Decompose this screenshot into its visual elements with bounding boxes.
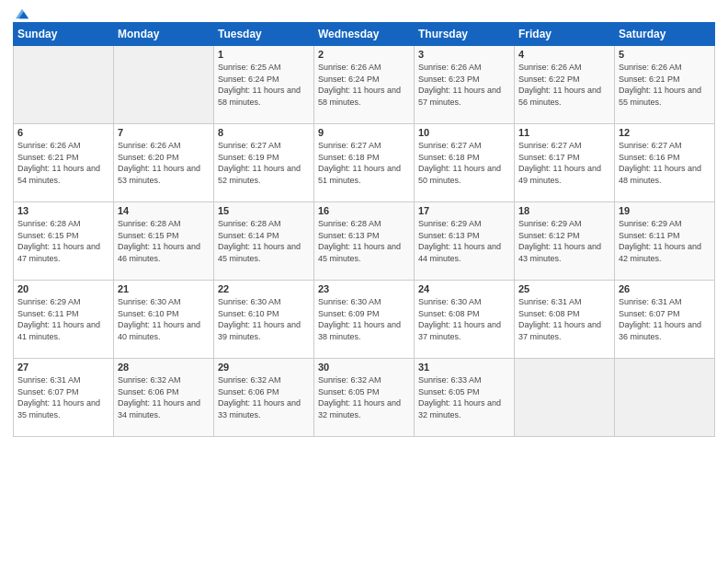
day-info: Sunrise: 6:26 AM Sunset: 6:21 PM Dayligh… — [17, 140, 109, 186]
day-number: 8 — [218, 127, 310, 138]
calendar-cell: 6Sunrise: 6:26 AM Sunset: 6:21 PM Daylig… — [14, 124, 114, 202]
logo-icon — [14, 7, 30, 20]
day-number: 21 — [118, 283, 210, 294]
calendar-cell: 10Sunrise: 6:27 AM Sunset: 6:18 PM Dayli… — [415, 124, 515, 202]
day-number: 23 — [318, 283, 410, 294]
day-info: Sunrise: 6:26 AM Sunset: 6:21 PM Dayligh… — [619, 62, 711, 108]
calendar-week-row: 20Sunrise: 6:29 AM Sunset: 6:11 PM Dayli… — [14, 281, 715, 359]
day-number: 12 — [619, 127, 711, 138]
day-number: 24 — [418, 283, 510, 294]
calendar-cell: 27Sunrise: 6:31 AM Sunset: 6:07 PM Dayli… — [14, 359, 114, 437]
calendar-cell: 11Sunrise: 6:27 AM Sunset: 6:17 PM Dayli… — [515, 124, 615, 202]
day-info: Sunrise: 6:27 AM Sunset: 6:19 PM Dayligh… — [218, 140, 310, 186]
weekday-header: Monday — [114, 23, 214, 46]
header — [13, 9, 715, 17]
calendar-cell — [14, 46, 114, 124]
day-number: 1 — [218, 49, 310, 60]
calendar-cell: 17Sunrise: 6:29 AM Sunset: 6:13 PM Dayli… — [415, 202, 515, 281]
day-info: Sunrise: 6:25 AM Sunset: 6:24 PM Dayligh… — [218, 62, 310, 108]
calendar-cell: 8Sunrise: 6:27 AM Sunset: 6:19 PM Daylig… — [214, 124, 314, 202]
day-info: Sunrise: 6:30 AM Sunset: 6:09 PM Dayligh… — [318, 296, 410, 342]
calendar-cell: 30Sunrise: 6:32 AM Sunset: 6:05 PM Dayli… — [314, 359, 415, 437]
day-number: 3 — [418, 49, 510, 60]
day-number: 6 — [17, 127, 109, 138]
day-number: 20 — [17, 283, 109, 294]
day-info: Sunrise: 6:27 AM Sunset: 6:18 PM Dayligh… — [318, 140, 410, 186]
day-info: Sunrise: 6:27 AM Sunset: 6:17 PM Dayligh… — [518, 140, 610, 186]
calendar-cell: 12Sunrise: 6:27 AM Sunset: 6:16 PM Dayli… — [615, 124, 715, 202]
day-info: Sunrise: 6:31 AM Sunset: 6:08 PM Dayligh… — [518, 296, 610, 342]
day-info: Sunrise: 6:32 AM Sunset: 6:05 PM Dayligh… — [318, 374, 410, 420]
day-info: Sunrise: 6:29 AM Sunset: 6:11 PM Dayligh… — [619, 218, 711, 264]
day-info: Sunrise: 6:27 AM Sunset: 6:16 PM Dayligh… — [619, 140, 711, 186]
day-number: 31 — [418, 362, 510, 373]
day-number: 30 — [318, 362, 410, 373]
day-number: 7 — [118, 127, 210, 138]
day-info: Sunrise: 6:29 AM Sunset: 6:12 PM Dayligh… — [518, 218, 610, 264]
weekday-header: Sunday — [14, 23, 114, 46]
weekday-row: SundayMondayTuesdayWednesdayThursdayFrid… — [14, 23, 715, 46]
day-number: 14 — [118, 205, 210, 216]
day-info: Sunrise: 6:31 AM Sunset: 6:07 PM Dayligh… — [17, 374, 109, 420]
day-number: 16 — [318, 205, 410, 216]
day-info: Sunrise: 6:29 AM Sunset: 6:11 PM Dayligh… — [17, 296, 109, 342]
day-number: 11 — [518, 127, 610, 138]
day-info: Sunrise: 6:32 AM Sunset: 6:06 PM Dayligh… — [118, 374, 210, 420]
calendar-cell: 4Sunrise: 6:26 AM Sunset: 6:22 PM Daylig… — [515, 46, 615, 124]
day-number: 22 — [218, 283, 310, 294]
day-info: Sunrise: 6:27 AM Sunset: 6:18 PM Dayligh… — [418, 140, 510, 186]
calendar-cell: 26Sunrise: 6:31 AM Sunset: 6:07 PM Dayli… — [615, 281, 715, 359]
weekday-header: Friday — [515, 23, 615, 46]
day-number: 10 — [418, 127, 510, 138]
calendar-cell: 25Sunrise: 6:31 AM Sunset: 6:08 PM Dayli… — [515, 281, 615, 359]
day-info: Sunrise: 6:26 AM Sunset: 6:24 PM Dayligh… — [318, 62, 410, 108]
calendar-cell: 29Sunrise: 6:32 AM Sunset: 6:06 PM Dayli… — [214, 359, 314, 437]
calendar-cell: 1Sunrise: 6:25 AM Sunset: 6:24 PM Daylig… — [214, 46, 314, 124]
calendar-cell: 21Sunrise: 6:30 AM Sunset: 6:10 PM Dayli… — [114, 281, 214, 359]
calendar-cell: 14Sunrise: 6:28 AM Sunset: 6:15 PM Dayli… — [114, 202, 214, 281]
calendar-week-row: 1Sunrise: 6:25 AM Sunset: 6:24 PM Daylig… — [14, 46, 715, 124]
day-info: Sunrise: 6:31 AM Sunset: 6:07 PM Dayligh… — [619, 296, 711, 342]
calendar-header: SundayMondayTuesdayWednesdayThursdayFrid… — [14, 23, 715, 46]
calendar-cell — [114, 46, 214, 124]
calendar-cell: 23Sunrise: 6:30 AM Sunset: 6:09 PM Dayli… — [314, 281, 415, 359]
calendar-week-row: 13Sunrise: 6:28 AM Sunset: 6:15 PM Dayli… — [14, 202, 715, 281]
day-number: 5 — [619, 49, 711, 60]
calendar-cell: 2Sunrise: 6:26 AM Sunset: 6:24 PM Daylig… — [314, 46, 415, 124]
calendar-cell: 20Sunrise: 6:29 AM Sunset: 6:11 PM Dayli… — [14, 281, 114, 359]
day-info: Sunrise: 6:32 AM Sunset: 6:06 PM Dayligh… — [218, 374, 310, 420]
calendar-cell: 5Sunrise: 6:26 AM Sunset: 6:21 PM Daylig… — [615, 46, 715, 124]
calendar-table: SundayMondayTuesdayWednesdayThursdayFrid… — [13, 22, 715, 437]
calendar-body: 1Sunrise: 6:25 AM Sunset: 6:24 PM Daylig… — [14, 46, 715, 437]
day-info: Sunrise: 6:26 AM Sunset: 6:23 PM Dayligh… — [418, 62, 510, 108]
day-info: Sunrise: 6:28 AM Sunset: 6:15 PM Dayligh… — [118, 218, 210, 264]
calendar-cell: 31Sunrise: 6:33 AM Sunset: 6:05 PM Dayli… — [415, 359, 515, 437]
day-number: 19 — [619, 205, 711, 216]
weekday-header: Wednesday — [314, 23, 415, 46]
day-number: 26 — [619, 283, 711, 294]
calendar-cell: 13Sunrise: 6:28 AM Sunset: 6:15 PM Dayli… — [14, 202, 114, 281]
day-number: 25 — [518, 283, 610, 294]
calendar-cell: 19Sunrise: 6:29 AM Sunset: 6:11 PM Dayli… — [615, 202, 715, 281]
calendar-week-row: 6Sunrise: 6:26 AM Sunset: 6:21 PM Daylig… — [14, 124, 715, 202]
calendar-cell: 22Sunrise: 6:30 AM Sunset: 6:10 PM Dayli… — [214, 281, 314, 359]
day-info: Sunrise: 6:33 AM Sunset: 6:05 PM Dayligh… — [418, 374, 510, 420]
day-info: Sunrise: 6:28 AM Sunset: 6:13 PM Dayligh… — [318, 218, 410, 264]
day-info: Sunrise: 6:26 AM Sunset: 6:22 PM Dayligh… — [518, 62, 610, 108]
day-number: 2 — [318, 49, 410, 60]
day-number: 17 — [418, 205, 510, 216]
calendar-cell — [515, 359, 615, 437]
day-info: Sunrise: 6:30 AM Sunset: 6:10 PM Dayligh… — [118, 296, 210, 342]
day-info: Sunrise: 6:28 AM Sunset: 6:14 PM Dayligh… — [218, 218, 310, 264]
day-number: 4 — [518, 49, 610, 60]
day-info: Sunrise: 6:29 AM Sunset: 6:13 PM Dayligh… — [418, 218, 510, 264]
day-info: Sunrise: 6:30 AM Sunset: 6:10 PM Dayligh… — [218, 296, 310, 342]
day-number: 9 — [318, 127, 410, 138]
day-number: 29 — [218, 362, 310, 373]
page: SundayMondayTuesdayWednesdayThursdayFrid… — [0, 0, 728, 563]
calendar-cell: 18Sunrise: 6:29 AM Sunset: 6:12 PM Dayli… — [515, 202, 615, 281]
day-number: 28 — [118, 362, 210, 373]
day-number: 18 — [518, 205, 610, 216]
day-number: 27 — [17, 362, 109, 373]
weekday-header: Thursday — [415, 23, 515, 46]
